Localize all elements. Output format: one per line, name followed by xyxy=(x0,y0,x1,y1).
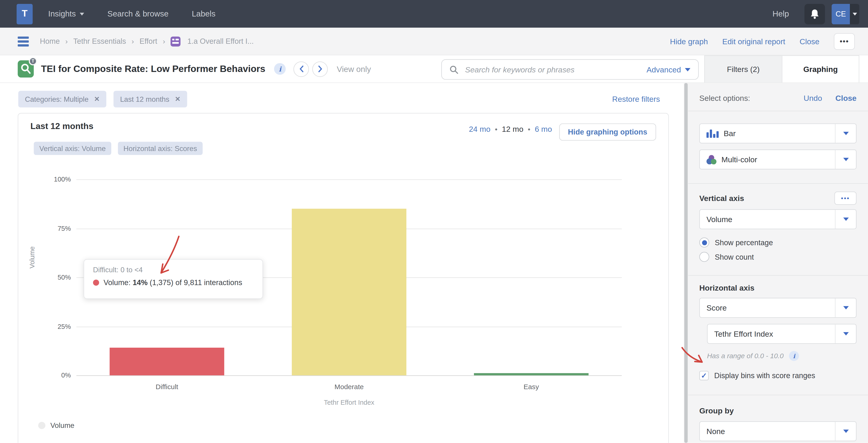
bar-moderate[interactable] xyxy=(292,209,406,375)
notifications-button[interactable] xyxy=(805,4,825,24)
breadcrumb-tethr-essentials[interactable]: Tethr Essentials xyxy=(73,37,126,45)
panel-close-link[interactable]: Close xyxy=(835,94,857,102)
filter-chip-daterange[interactable]: Last 12 months ✕ xyxy=(114,91,187,107)
search-icon xyxy=(450,65,458,74)
series-dot-icon xyxy=(93,280,99,286)
dropdown-caret[interactable] xyxy=(835,298,856,317)
display-bins-checkbox-row[interactable]: Display bins with score ranges xyxy=(699,371,857,380)
chart-tooltip: Difficult: 0 to <4 Volume: 14% (1,375) o… xyxy=(84,259,263,299)
filter-chip-categories[interactable]: Categories: Multiple ✕ xyxy=(18,91,106,107)
more-options-button[interactable]: ••• xyxy=(834,33,855,50)
next-button[interactable] xyxy=(312,61,328,77)
ellipsis-icon: ••• xyxy=(840,37,849,45)
prev-button[interactable] xyxy=(293,61,309,77)
top-nav: T Insights Search & browse Labels Help C… xyxy=(0,0,868,28)
chart-legend: Volume xyxy=(38,421,74,430)
bar-chart-icon xyxy=(706,129,718,137)
dropdown-caret[interactable] xyxy=(835,210,856,229)
info-icon[interactable] xyxy=(274,63,286,75)
breadcrumb-current: 1.a Overall Effort I... xyxy=(187,37,253,45)
breadcrumb: Home › Tethr Essentials › Effort › 1.a O… xyxy=(40,36,254,46)
tethr-logo[interactable]: T xyxy=(17,4,33,24)
advanced-search-toggle[interactable]: Advanced xyxy=(647,65,691,74)
chevron-right-icon xyxy=(318,65,323,72)
breadcrumb-separator: › xyxy=(131,37,134,45)
breadcrumb-bar: Home › Tethr Essentials › Effort › 1.a O… xyxy=(0,28,868,56)
tab-filters[interactable]: Filters (2) xyxy=(704,56,782,83)
hide-graphing-options-button[interactable]: Hide graphing options xyxy=(559,124,656,141)
legend-swatch xyxy=(38,422,45,429)
vertical-axis-more-button[interactable]: ••• xyxy=(834,192,857,205)
nav-insights[interactable]: Insights xyxy=(48,9,84,18)
dropdown-caret[interactable] xyxy=(835,324,856,343)
x-axis-title: Tethr Effort Index xyxy=(76,399,622,406)
avatar-menu-button[interactable] xyxy=(850,4,859,24)
user-avatar[interactable]: CE xyxy=(832,4,859,24)
chevron-left-icon xyxy=(299,65,304,72)
saved-search-icon: T xyxy=(18,60,34,77)
group-by-select[interactable]: None xyxy=(699,421,857,441)
graph-card: Last 12 months 24 mo • 12 mo • 6 mo Hide… xyxy=(18,113,669,443)
info-icon[interactable] xyxy=(789,351,799,361)
x-tick-difficult: Difficult xyxy=(110,383,224,391)
divider xyxy=(688,275,868,276)
y-axis-title: Volume xyxy=(28,246,36,268)
radio-icon xyxy=(699,252,709,262)
chevron-down-icon xyxy=(685,68,690,71)
radio-show-count[interactable]: Show count xyxy=(699,252,857,262)
restore-filters-link[interactable]: Restore filters xyxy=(612,95,660,103)
breadcrumb-home[interactable]: Home xyxy=(40,37,60,45)
view-only-label: View only xyxy=(337,64,371,73)
breadcrumb-separator: › xyxy=(65,37,68,45)
bell-icon xyxy=(810,8,819,19)
radio-show-percentage[interactable]: Show percentage xyxy=(699,238,857,247)
edit-original-report-link[interactable]: Edit original report xyxy=(722,37,785,46)
x-tick-moderate: Moderate xyxy=(292,383,406,391)
remove-filter-icon[interactable]: ✕ xyxy=(94,95,99,103)
divider xyxy=(688,183,868,184)
breadcrumb-actions: Hide graph Edit original report Close ••… xyxy=(670,33,855,50)
bar-difficult[interactable] xyxy=(110,348,224,375)
group-by-label: Group by xyxy=(699,406,857,415)
graphing-options-panel: Select options: Undo Close Bar Multi xyxy=(688,83,868,443)
avatar-initials: CE xyxy=(832,4,850,24)
horizontal-axis-select[interactable]: Score xyxy=(699,298,857,318)
horizontal-axis-label: Horizontal axis xyxy=(699,284,857,292)
nav-search-browse[interactable]: Search & browse xyxy=(107,9,169,18)
dropdown-caret[interactable] xyxy=(835,124,856,143)
legend-label: Volume xyxy=(51,421,74,430)
content-area: Categories: Multiple ✕ Last 12 months ✕ … xyxy=(0,83,868,443)
vertical-axis-select[interactable]: Volume xyxy=(699,209,857,229)
search-input[interactable] xyxy=(464,64,646,74)
undo-link[interactable]: Undo xyxy=(804,94,822,102)
right-tabs: Filters (2) Graphing xyxy=(704,56,859,83)
chart-type-select[interactable]: Bar xyxy=(699,124,857,144)
checkbox-checked-icon[interactable] xyxy=(699,371,709,380)
breadcrumb-separator: › xyxy=(163,37,165,45)
score-metric-select[interactable]: Tethr Effort Index xyxy=(707,324,857,344)
color-mode-select[interactable]: Multi-color xyxy=(699,150,857,169)
bar-easy[interactable] xyxy=(474,373,589,375)
select-options-label: Select options: xyxy=(699,94,750,102)
dropdown-caret[interactable] xyxy=(835,150,856,169)
tab-graphing[interactable]: Graphing xyxy=(782,56,859,83)
scrollbar-thumb[interactable] xyxy=(684,83,688,443)
dropdown-caret[interactable] xyxy=(835,422,856,441)
remove-filter-icon[interactable]: ✕ xyxy=(175,95,180,103)
nav-help[interactable]: Help xyxy=(772,9,789,18)
close-link[interactable]: Close xyxy=(800,37,819,46)
range-24mo[interactable]: 24 mo xyxy=(469,125,491,134)
tooltip-title: Difficult: 0 to <4 xyxy=(93,265,254,274)
radio-icon xyxy=(699,238,709,247)
app-window: T Insights Search & browse Labels Help C… xyxy=(0,0,868,443)
chevron-down-icon xyxy=(80,12,84,15)
nav-labels[interactable]: Labels xyxy=(192,9,215,18)
hide-graph-link[interactable]: Hide graph xyxy=(670,37,708,46)
ellipsis-icon: ••• xyxy=(841,195,850,201)
x-tick-easy: Easy xyxy=(474,383,589,391)
breadcrumb-effort[interactable]: Effort xyxy=(140,37,157,45)
filter-chips-row: Categories: Multiple ✕ Last 12 months ✕ … xyxy=(0,83,684,107)
range-6mo[interactable]: 6 mo xyxy=(535,125,552,134)
vertical-axis-chip: Vertical axis: Volume xyxy=(34,141,111,155)
menu-toggle-button[interactable] xyxy=(18,36,29,46)
